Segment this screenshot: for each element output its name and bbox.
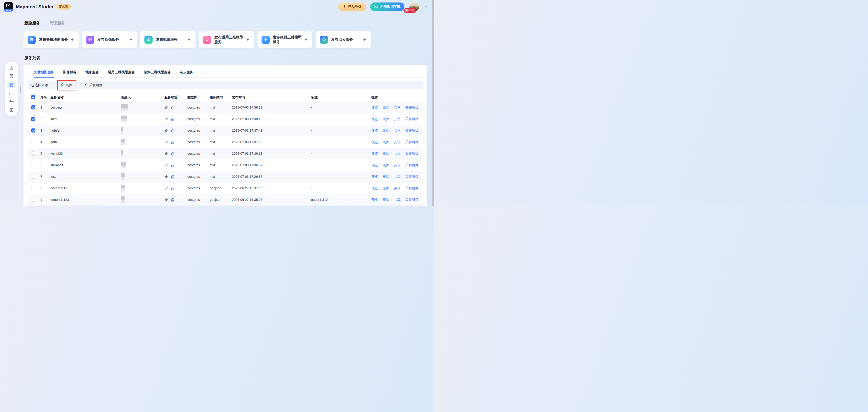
preview-link[interactable]: 预览 bbox=[371, 175, 378, 179]
service-tab[interactable]: 矢量地图服务 bbox=[34, 70, 54, 77]
publish-card[interactable]: 发布影像服务 + bbox=[82, 31, 137, 48]
link-project-link[interactable]: 关联项目 bbox=[405, 128, 418, 133]
row-checkbox[interactable] bbox=[31, 140, 35, 144]
sidebar-item-home[interactable] bbox=[7, 65, 16, 71]
delete-link[interactable]: 删除 bbox=[383, 198, 389, 202]
plus-icon[interactable]: + bbox=[363, 37, 366, 42]
publish-card[interactable]: 发布倾斜三维模型服务 + bbox=[257, 31, 313, 48]
row-checkbox[interactable] bbox=[31, 151, 35, 155]
service-url-link-icon[interactable] bbox=[164, 117, 168, 121]
select-all-checkbox[interactable] bbox=[31, 95, 35, 99]
plus-icon[interactable]: + bbox=[129, 37, 132, 42]
sidebar-item-settings[interactable] bbox=[7, 107, 16, 113]
delete-button[interactable]: 删除 bbox=[61, 83, 72, 87]
share-link[interactable]: 共享 bbox=[394, 163, 401, 167]
delete-link[interactable]: 删除 bbox=[383, 163, 389, 167]
preview-link[interactable]: 预览 bbox=[371, 151, 378, 156]
row-checkbox[interactable] bbox=[31, 186, 35, 190]
publish-card[interactable]: 发布矢量地图服务 + bbox=[24, 31, 79, 48]
service-url-link-icon[interactable] bbox=[164, 152, 168, 155]
product-upgrade-button[interactable]: 产品升级 bbox=[338, 2, 366, 11]
table-row: 3 hgfnfgn postgres mvt 2025-07-03 17:37:… bbox=[28, 125, 423, 136]
service-url-link-icon[interactable] bbox=[164, 129, 168, 133]
service-url-link-icon[interactable] bbox=[164, 175, 168, 179]
copy-url-icon[interactable] bbox=[171, 106, 175, 110]
copy-url-icon[interactable] bbox=[171, 198, 175, 202]
link-project-link[interactable]: 关联项目 bbox=[405, 198, 418, 202]
service-url-link-icon[interactable] bbox=[164, 186, 168, 190]
copy-url-icon[interactable] bbox=[171, 129, 175, 133]
copy-url-icon[interactable] bbox=[171, 175, 175, 179]
chevron-down-icon[interactable] bbox=[425, 5, 428, 8]
link-project-button[interactable]: 关联项目 bbox=[84, 83, 102, 87]
sidebar-item-maps[interactable] bbox=[7, 91, 16, 96]
copy-url-icon[interactable] bbox=[171, 117, 175, 121]
share-link[interactable]: 共享 bbox=[394, 140, 401, 144]
preview-link[interactable]: 预览 bbox=[371, 186, 378, 190]
delete-link[interactable]: 删除 bbox=[383, 140, 389, 144]
share-link[interactable]: 共享 bbox=[394, 106, 401, 110]
user-avatar[interactable]: 剩余7天 bbox=[409, 2, 419, 12]
delete-link[interactable]: 删除 bbox=[383, 128, 389, 133]
share-link[interactable]: 共享 bbox=[394, 198, 401, 202]
service-tab[interactable]: 倾斜三维模型服务 bbox=[144, 70, 171, 77]
delete-link[interactable]: 删除 bbox=[383, 186, 389, 190]
service-tab[interactable]: 点云服务 bbox=[180, 70, 193, 77]
sidebar-item-data[interactable] bbox=[7, 73, 16, 79]
copy-url-icon[interactable] bbox=[171, 186, 175, 190]
sidebar-item-files[interactable] bbox=[7, 99, 16, 105]
share-link[interactable]: 共享 bbox=[394, 151, 401, 156]
plus-icon[interactable]: + bbox=[305, 37, 308, 42]
link-project-link[interactable]: 关联项目 bbox=[405, 186, 418, 190]
preview-link[interactable]: 预览 bbox=[371, 198, 378, 202]
service-tab[interactable]: 通用三维模型服务 bbox=[108, 70, 135, 77]
preview-link[interactable]: 预览 bbox=[371, 117, 378, 121]
link-project-link[interactable]: 关联项目 bbox=[405, 117, 418, 121]
preview-link[interactable]: 预览 bbox=[371, 106, 378, 110]
copy-url-icon[interactable] bbox=[171, 152, 175, 155]
service-url-link-icon[interactable] bbox=[164, 163, 168, 167]
plus-icon[interactable]: + bbox=[71, 37, 74, 42]
publish-card[interactable]: 发布通用三维模型服务 + bbox=[199, 31, 254, 48]
link-project-link[interactable]: 关联项目 bbox=[405, 140, 418, 144]
plus-icon[interactable]: + bbox=[246, 37, 249, 42]
sidebar-item-services[interactable] bbox=[7, 81, 16, 88]
share-link[interactable]: 共享 bbox=[394, 175, 401, 179]
publish-card[interactable]: 发布地形服务 + bbox=[141, 31, 195, 48]
page-tab[interactable]: 代理服务 bbox=[49, 20, 65, 26]
service-tab[interactable]: 地形服务 bbox=[86, 70, 99, 77]
copy-url-icon[interactable] bbox=[171, 163, 175, 167]
row-checkbox[interactable] bbox=[31, 128, 35, 133]
link-project-link[interactable]: 关联项目 bbox=[405, 175, 418, 179]
row-checkbox[interactable] bbox=[31, 163, 35, 167]
share-link[interactable]: 共享 bbox=[394, 117, 401, 121]
service-url-link-icon[interactable] bbox=[164, 198, 168, 202]
link-project-link[interactable]: 关联项目 bbox=[405, 163, 418, 167]
sidebar-scrollbar-thumb[interactable] bbox=[20, 86, 21, 93]
delete-link[interactable]: 删除 bbox=[383, 151, 389, 156]
delete-link[interactable]: 删除 bbox=[383, 175, 389, 179]
sample-data-download-button[interactable]: 示例数据下载 bbox=[370, 2, 404, 11]
share-link[interactable]: 共享 bbox=[394, 186, 401, 190]
service-url-link-icon[interactable] bbox=[164, 106, 168, 110]
preview-link[interactable]: 预览 bbox=[371, 140, 378, 144]
cell-service-type: mvt bbox=[210, 129, 232, 132]
preview-link[interactable]: 预览 bbox=[371, 163, 378, 167]
row-checkbox[interactable] bbox=[31, 117, 35, 121]
row-checkbox[interactable] bbox=[31, 175, 35, 179]
delete-link[interactable]: 删除 bbox=[383, 106, 389, 110]
preview-link[interactable]: 预览 bbox=[371, 128, 378, 133]
service-tab[interactable]: 影像服务 bbox=[63, 70, 76, 77]
publish-card[interactable]: 发布点云服务 + bbox=[316, 31, 371, 48]
row-checkbox[interactable] bbox=[31, 198, 35, 202]
delete-link[interactable]: 删除 bbox=[383, 117, 389, 121]
page-tab[interactable]: 新建服务 bbox=[24, 20, 40, 26]
row-checkbox[interactable] bbox=[31, 106, 35, 110]
link-project-link[interactable]: 关联项目 bbox=[405, 106, 418, 110]
page-scrollbar[interactable] bbox=[432, 0, 434, 206]
copy-url-icon[interactable] bbox=[171, 140, 175, 144]
link-project-link[interactable]: 关联项目 bbox=[405, 151, 418, 156]
plus-icon[interactable]: + bbox=[188, 37, 191, 42]
share-link[interactable]: 共享 bbox=[394, 128, 401, 133]
service-url-link-icon[interactable] bbox=[164, 140, 168, 144]
